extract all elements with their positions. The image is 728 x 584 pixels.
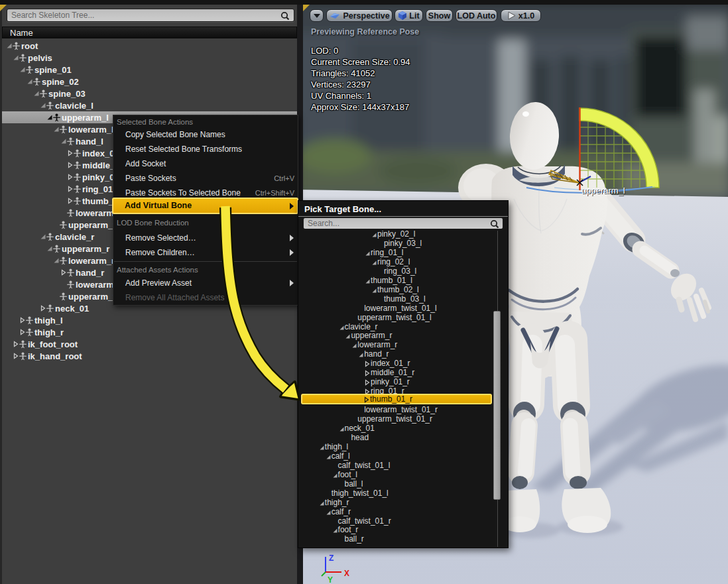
- svg-text:X: X: [344, 569, 349, 578]
- svg-text:Y: Y: [328, 575, 333, 584]
- svg-text:Z: Z: [329, 554, 334, 563]
- svg-text:upperarm_l: upperarm_l: [581, 186, 625, 196]
